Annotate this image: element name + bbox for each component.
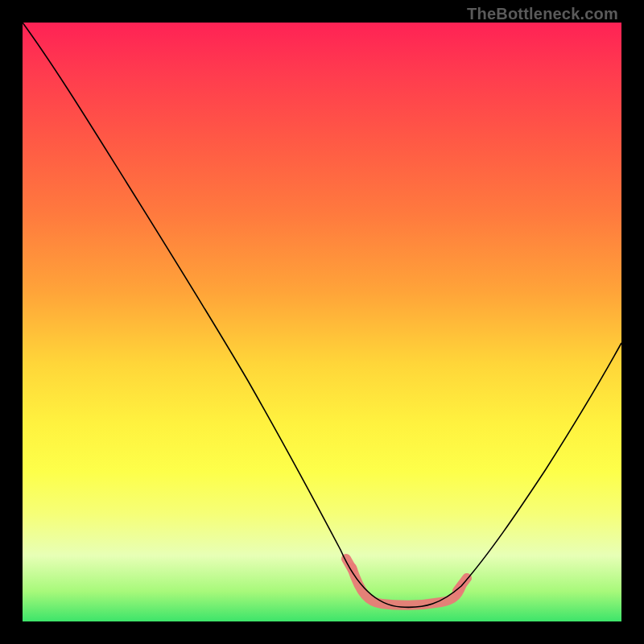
chart-frame: TheBottleneck.com — [0, 0, 644, 644]
curve-svg — [23, 23, 621, 621]
bottleneck-curve-path — [23, 23, 621, 607]
trough-highlight-path — [352, 568, 461, 605]
watermark-text: TheBottleneck.com — [467, 5, 618, 23]
plot-area — [23, 23, 621, 621]
